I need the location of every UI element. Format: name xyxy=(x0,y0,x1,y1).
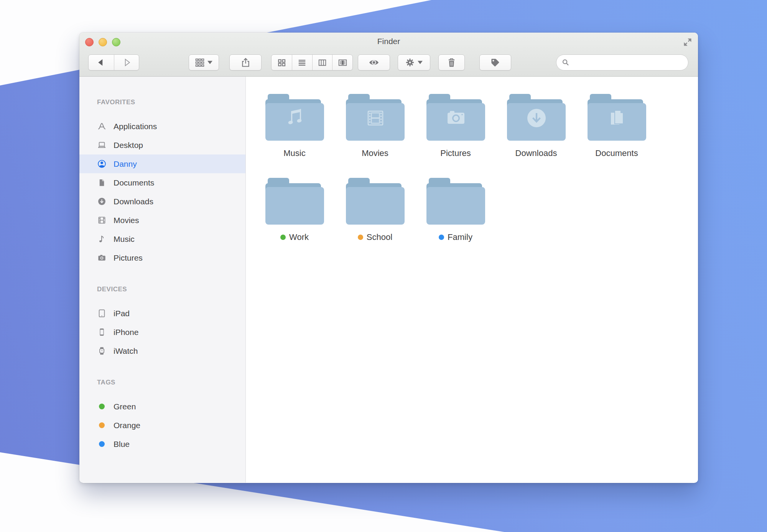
folder-icon xyxy=(265,94,324,141)
sidebar-item-downloads[interactable]: Downloads xyxy=(79,192,245,211)
quick-look-button[interactable] xyxy=(358,54,390,71)
orange-tag-dot xyxy=(358,235,363,240)
grid-view-button[interactable] xyxy=(272,55,292,70)
music-note-glyph xyxy=(283,107,306,130)
desktop-icon xyxy=(97,141,106,150)
arrange-button[interactable] xyxy=(189,54,219,71)
share-button[interactable] xyxy=(229,54,262,71)
sidebar-item-tag-blue[interactable]: Blue xyxy=(79,435,245,453)
folder-documents[interactable]: Documents xyxy=(576,94,657,158)
folder-icon xyxy=(346,178,405,225)
camera-icon xyxy=(97,253,106,263)
column-view-button[interactable] xyxy=(312,55,332,70)
sidebar-item-label: Desktop xyxy=(114,141,143,150)
back-forward-buttons xyxy=(88,54,139,71)
trash-button[interactable] xyxy=(438,54,465,71)
eye-icon xyxy=(368,57,380,68)
sidebar-item-tag-green[interactable]: Green xyxy=(79,397,245,416)
folder-label: Movies xyxy=(362,148,388,158)
finder-window: Finder xyxy=(79,33,698,483)
orange-tag-dot xyxy=(99,422,105,428)
column-view-icon xyxy=(318,58,327,67)
sidebar-item-label: iWatch xyxy=(114,346,138,356)
forward-button[interactable] xyxy=(114,55,139,70)
sidebar-item-label: Orange xyxy=(114,421,140,430)
folder-label: Work xyxy=(289,232,309,242)
blue-tag-dot xyxy=(99,441,105,447)
folder-music[interactable]: Music xyxy=(254,94,335,158)
phone-icon xyxy=(97,328,106,337)
file-browser-area: Music xyxy=(246,77,698,483)
expand-diagonal-icon xyxy=(683,37,693,47)
tags-button[interactable] xyxy=(479,54,511,71)
sidebar-item-iwatch[interactable]: iWatch xyxy=(79,342,245,360)
sidebar-item-label: Downloads xyxy=(114,197,153,206)
folder-label: Music xyxy=(283,148,305,158)
caret-down-icon xyxy=(207,61,213,64)
sidebar-item-pictures[interactable]: Pictures xyxy=(79,248,245,267)
caret-down-icon xyxy=(417,61,423,64)
sidebar-item-label: Green xyxy=(114,402,136,411)
download-icon xyxy=(97,197,106,206)
back-arrow-icon xyxy=(96,57,106,67)
folder-downloads[interactable]: Downloads xyxy=(496,94,576,158)
coverflow-view-button[interactable] xyxy=(332,55,352,70)
folder-icon xyxy=(346,94,405,141)
search-input[interactable] xyxy=(573,55,688,70)
folder-label: Pictures xyxy=(440,148,471,158)
folder-movies[interactable]: Movies xyxy=(335,94,415,158)
folder-family[interactable]: Family xyxy=(415,178,496,242)
folder-work[interactable]: Work xyxy=(254,178,335,242)
folder-label: Documents xyxy=(595,148,638,158)
list-view-icon xyxy=(297,58,307,67)
window-chrome: Finder xyxy=(79,33,698,77)
document-icon xyxy=(97,178,106,187)
folder-icon xyxy=(426,94,485,141)
green-tag-dot xyxy=(280,235,286,240)
sidebar-item-label: Blue xyxy=(114,440,130,449)
view-mode-buttons xyxy=(271,54,353,71)
share-icon xyxy=(240,57,251,68)
folder-icon xyxy=(588,94,646,141)
sidebar-item-label: Danny xyxy=(114,159,137,169)
back-button[interactable] xyxy=(89,55,114,70)
sidebar-item-desktop[interactable]: Desktop xyxy=(79,136,245,154)
folder-school[interactable]: School xyxy=(335,178,415,242)
sidebar-section-devices: DEVICES xyxy=(79,280,245,299)
expand-button[interactable] xyxy=(683,37,693,47)
folder-icon xyxy=(265,178,324,225)
music-note-icon xyxy=(97,235,106,244)
sidebar-item-ipad[interactable]: iPad xyxy=(79,304,245,323)
action-button[interactable] xyxy=(398,54,430,71)
coverflow-view-icon xyxy=(338,58,347,67)
search-field[interactable] xyxy=(556,54,688,71)
list-view-button[interactable] xyxy=(292,55,312,70)
search-icon xyxy=(561,58,570,67)
sidebar-section-favorites: FAVORITES xyxy=(79,93,245,112)
sidebar-item-applications[interactable]: Applications xyxy=(79,117,245,136)
download-glyph xyxy=(525,107,548,130)
grid-view-icon xyxy=(277,58,286,67)
sidebar-item-movies[interactable]: Movies xyxy=(79,211,245,230)
sidebar-item-danny[interactable]: Danny xyxy=(79,154,245,173)
folder-label: Downloads xyxy=(515,148,557,158)
sidebar-item-label: Pictures xyxy=(114,253,143,263)
sidebar-section-tags: TAGS xyxy=(79,373,245,392)
tablet-icon xyxy=(97,309,106,318)
green-tag-dot xyxy=(99,404,105,409)
watch-icon xyxy=(97,346,106,356)
forward-arrow-icon xyxy=(122,57,132,67)
folder-icon xyxy=(426,178,485,225)
sidebar-item-documents[interactable]: Documents xyxy=(79,173,245,192)
sidebar-item-music[interactable]: Music xyxy=(79,230,245,248)
trash-icon xyxy=(446,57,457,68)
folder-pictures[interactable]: Pictures xyxy=(415,94,496,158)
sidebar: FAVORITES Applications xyxy=(79,77,246,483)
documents-glyph xyxy=(606,107,629,130)
sidebar-item-label: Applications xyxy=(114,122,157,131)
sidebar-item-iphone[interactable]: iPhone xyxy=(79,323,245,342)
arrange-grid-icon xyxy=(195,58,204,67)
film-glyph xyxy=(364,107,387,130)
sidebar-item-label: Movies xyxy=(114,216,139,225)
sidebar-item-tag-orange[interactable]: Orange xyxy=(79,416,245,435)
